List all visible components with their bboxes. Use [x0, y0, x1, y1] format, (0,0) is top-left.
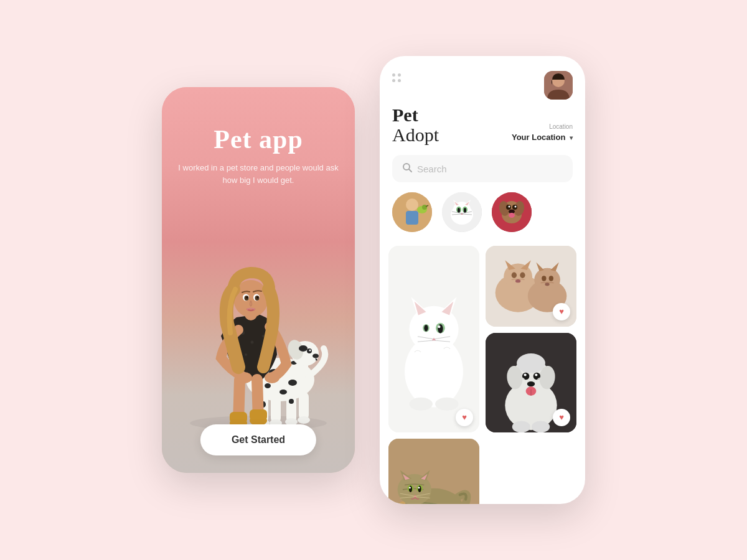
svg-point-3	[288, 380, 297, 386]
svg-point-65	[464, 208, 466, 213]
svg-rect-33	[230, 412, 247, 423]
svg-point-22	[298, 416, 310, 424]
pet-card-puppies[interactable]: ♥	[486, 246, 576, 327]
svg-point-64	[458, 208, 460, 213]
favorite-button-white-cat[interactable]: ♥	[456, 409, 473, 426]
svg-point-109	[549, 276, 553, 281]
stories-row	[380, 192, 585, 236]
get-started-button[interactable]: Get Started	[200, 424, 316, 455]
svg-point-37	[265, 372, 280, 383]
title-pet: Pet	[392, 106, 439, 124]
pet-card-tabby[interactable]: ♥	[388, 439, 479, 504]
story-item-3[interactable]	[492, 192, 532, 232]
search-bar[interactable]: Search	[392, 155, 573, 182]
svg-point-130	[532, 421, 550, 432]
svg-point-81	[509, 213, 515, 218]
svg-point-105	[534, 268, 560, 292]
svg-point-14	[299, 345, 308, 352]
svg-rect-18	[299, 392, 309, 420]
dot-3	[392, 79, 395, 82]
story-cat-img	[442, 192, 482, 232]
title-location-row: Pet Adopt Location Your Location ▾	[380, 106, 585, 155]
story-puppy-img	[492, 192, 532, 232]
svg-point-79	[515, 206, 517, 208]
svg-point-100	[435, 398, 459, 411]
svg-point-12	[309, 350, 311, 352]
svg-point-28	[245, 353, 247, 356]
svg-point-115	[545, 282, 549, 286]
svg-point-5	[265, 383, 271, 388]
svg-point-90	[438, 324, 443, 334]
white-cat-image	[388, 246, 479, 432]
svg-point-54	[422, 205, 427, 210]
user-avatar[interactable]	[544, 71, 573, 100]
svg-point-106	[512, 273, 517, 278]
svg-point-44	[247, 297, 248, 299]
svg-point-27	[262, 335, 265, 337]
phone-adopt-screen: Pet Adopt Location Your Location ▾ Searc…	[380, 56, 585, 504]
svg-point-124	[524, 373, 527, 376]
dot-2	[398, 73, 401, 77]
pet-card-white-cat[interactable]: ♥	[388, 246, 479, 432]
svg-point-114	[515, 279, 520, 282]
svg-point-154	[418, 487, 420, 488]
story-item-2[interactable]	[442, 192, 482, 232]
favorite-button-dog[interactable]: ♥	[553, 409, 570, 426]
splash-subtitle: I worked in a pet store and people would…	[177, 162, 340, 186]
svg-point-26	[251, 341, 254, 344]
pet-card-dog[interactable]: ♥	[486, 333, 576, 432]
svg-point-51	[406, 198, 418, 211]
search-icon	[402, 162, 412, 175]
location-block: Location Your Location ▾	[512, 123, 573, 142]
svg-rect-16	[271, 395, 281, 423]
svg-point-99	[409, 398, 433, 411]
svg-point-91	[438, 325, 440, 328]
location-label: Location	[512, 123, 573, 130]
menu-grid-icon[interactable]	[392, 73, 401, 82]
stories-section	[380, 192, 585, 236]
adopt-title-block: Pet Adopt	[392, 106, 439, 145]
svg-point-125	[535, 373, 537, 376]
svg-point-78	[509, 206, 510, 208]
dot-4	[398, 79, 401, 82]
location-value[interactable]: Your Location ▾	[512, 133, 573, 142]
svg-point-123	[533, 373, 540, 380]
svg-point-13	[312, 354, 319, 358]
dot-1	[392, 73, 395, 77]
svg-rect-35	[250, 409, 267, 421]
svg-point-93	[424, 325, 428, 331]
svg-point-107	[520, 273, 525, 278]
svg-point-151	[409, 486, 412, 492]
svg-point-126	[527, 381, 535, 386]
location-chevron-icon: ▾	[570, 134, 573, 141]
svg-line-49	[409, 169, 411, 172]
svg-point-153	[409, 487, 411, 488]
svg-point-119	[517, 353, 545, 373]
tabby-image	[388, 439, 479, 504]
splash-header: Pet app I worked in a pet store and peop…	[162, 87, 355, 198]
svg-point-108	[542, 276, 546, 281]
adopt-header	[380, 56, 585, 106]
title-adopt: Adopt	[392, 124, 439, 145]
svg-point-24	[289, 399, 294, 404]
splash-title: Pet app	[177, 124, 340, 154]
pet-grid: ♥	[380, 246, 585, 504]
svg-point-152	[418, 486, 421, 492]
avatar-svg	[544, 71, 573, 100]
search-input-placeholder: Search	[417, 164, 447, 174]
svg-rect-52	[406, 211, 418, 225]
svg-point-45	[257, 297, 259, 299]
phone-splash-screen: Pet app I worked in a pet store and peop…	[162, 87, 355, 473]
svg-point-129	[512, 421, 530, 432]
svg-point-4	[280, 390, 287, 394]
splash-illustration	[162, 199, 355, 436]
story-bird-img	[392, 192, 432, 232]
person-dog-svg	[171, 199, 345, 436]
favorite-button-puppies[interactable]: ♥	[553, 303, 570, 320]
story-item-1[interactable]	[392, 192, 432, 232]
